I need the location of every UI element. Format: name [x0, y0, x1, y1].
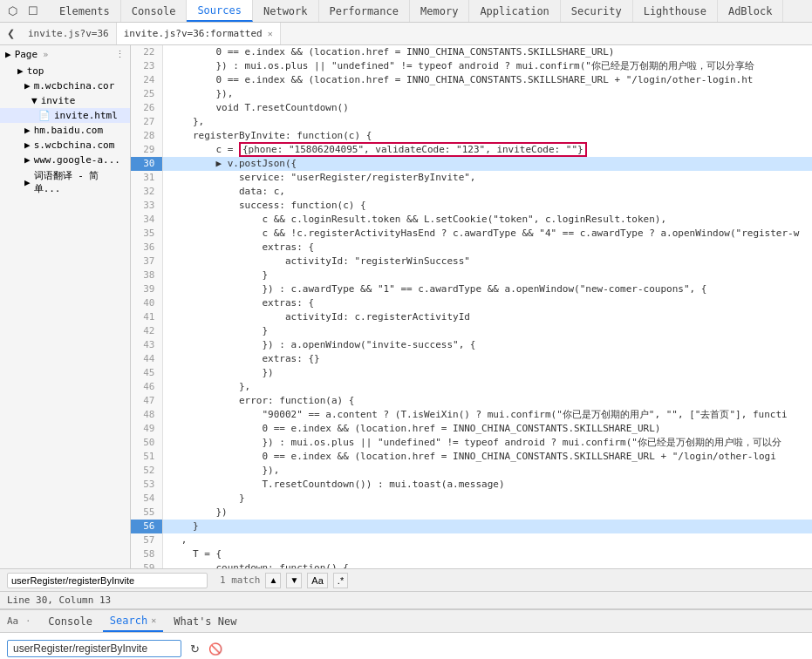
- search-next-btn[interactable]: ▼: [286, 573, 302, 588]
- line-code[interactable]: c = {phone: "15806204095", validateCode:…: [162, 143, 812, 157]
- sidebar-item-invite-html[interactable]: 📄 invite.html: [0, 108, 130, 123]
- sidebar-item-translate[interactable]: ▶ 词语翻译 - 简单...: [0, 167, 130, 197]
- search-input-container[interactable]: [7, 573, 208, 588]
- line-number: 29: [131, 143, 162, 157]
- file-tab-0[interactable]: invite.js?v=36: [21, 23, 117, 44]
- line-code[interactable]: ▶ v.postJson({: [162, 157, 812, 171]
- sidebar-more-icon[interactable]: »: [43, 50, 48, 59]
- tab-sources[interactable]: Sources: [187, 0, 253, 22]
- tab-security[interactable]: Security: [561, 0, 633, 22]
- line-code[interactable]: extras: {: [162, 241, 812, 255]
- search-prev-btn[interactable]: ▲: [265, 573, 281, 588]
- code-area[interactable]: 22 0 == e.index && (location.href = INNO…: [131, 45, 812, 568]
- sidebar-item-top[interactable]: ▶ top: [0, 64, 130, 78]
- tab-network[interactable]: Network: [253, 0, 319, 22]
- table-row: 50 }) : mui.os.plus || "undefined" != ty…: [131, 436, 812, 450]
- line-number: 22: [131, 45, 162, 59]
- line-code[interactable]: },: [162, 380, 812, 394]
- line-code[interactable]: extras: {: [162, 296, 812, 310]
- line-code[interactable]: 0 == e.index && (location.href = INNO_CH…: [162, 422, 812, 436]
- drawer-tab-console[interactable]: Console: [41, 610, 99, 632]
- file-tab-nav[interactable]: ❮: [0, 24, 21, 44]
- line-number: 50: [131, 436, 162, 450]
- line-code[interactable]: }) : a.openWindow("invite-success", {: [162, 338, 812, 352]
- line-code[interactable]: }) : mui.os.plus || "undefined" != typeo…: [162, 59, 812, 73]
- drawer-tab-search[interactable]: Search ✕: [103, 610, 163, 632]
- line-code[interactable]: activityId: c.registerActivityId: [162, 310, 812, 324]
- file-tab-1[interactable]: invite.js?v=36:formatted ✕: [117, 23, 281, 44]
- table-row: 40 extras: {: [131, 296, 812, 310]
- line-code[interactable]: }) : c.awardType && "1" == c.awardType &…: [162, 282, 812, 296]
- line-code[interactable]: }: [162, 324, 812, 338]
- line-code[interactable]: success: function(c) {: [162, 199, 812, 213]
- sidebar-header[interactable]: ▶ Page » ⋮: [0, 45, 130, 64]
- line-code[interactable]: activityId: "registerWinSuccess": [162, 255, 812, 268]
- line-code[interactable]: }): [162, 366, 812, 380]
- drawer-tab-close[interactable]: ✕: [151, 615, 156, 625]
- tab-performance[interactable]: Performance: [319, 0, 410, 22]
- line-number: 56: [131, 520, 162, 533]
- line-code[interactable]: error: function(a) {: [162, 394, 812, 408]
- dock-icon[interactable]: ☐: [24, 3, 42, 20]
- highlight-box: {phone: "15806204095", validateCode: "12…: [239, 142, 587, 157]
- line-number: 44: [131, 352, 162, 366]
- font-size-label: Aa: [7, 615, 18, 627]
- line-code[interactable]: registerByInvite: function(c) {: [162, 129, 812, 143]
- tab-elements[interactable]: Elements: [49, 0, 121, 22]
- line-code[interactable]: c && c.loginResult.token && L.setCookie(…: [162, 213, 812, 227]
- line-code[interactable]: },: [162, 115, 812, 129]
- tab-lighthouse[interactable]: Lighthouse: [633, 0, 718, 22]
- tab-application[interactable]: Application: [469, 0, 560, 22]
- line-code[interactable]: 0 == e.index && (location.href = INNO_CH…: [162, 73, 812, 87]
- line-code[interactable]: }),: [162, 87, 812, 101]
- sidebar-item-label: m.wcbchina.cor: [34, 80, 115, 92]
- line-code[interactable]: }: [162, 268, 812, 282]
- tab-memory[interactable]: Memory: [410, 0, 469, 22]
- code-search-input[interactable]: [11, 575, 203, 586]
- line-code[interactable]: extras: {}: [162, 352, 812, 366]
- sidebar-item-s-wcb[interactable]: ▶ s.wcbchina.com: [0, 138, 130, 153]
- sidebar-item-invite[interactable]: ▼ invite: [0, 93, 130, 108]
- line-number: 38: [131, 268, 162, 282]
- line-code[interactable]: void T.resetCountdown(): [162, 101, 812, 115]
- tab-console[interactable]: Console: [121, 0, 188, 22]
- line-code[interactable]: }) : mui.os.plus || "undefined" != typeo…: [162, 436, 812, 450]
- line-code[interactable]: }): [162, 506, 812, 520]
- dot-icon: ·: [25, 616, 31, 626]
- file-tab-1-close[interactable]: ✕: [268, 29, 273, 38]
- line-code[interactable]: 0 == e.index && (location.href = INNO_CH…: [162, 45, 812, 59]
- sidebar-menu-icon[interactable]: ⋮: [115, 49, 125, 60]
- line-number: 39: [131, 282, 162, 296]
- line-code[interactable]: service: "userRegister/registerByInvite"…: [162, 171, 812, 185]
- line-code[interactable]: data: c,: [162, 185, 812, 199]
- line-code[interactable]: ,: [162, 533, 812, 547]
- drawer-refresh-btn[interactable]: ↻: [187, 641, 202, 656]
- line-code[interactable]: T = {: [162, 547, 812, 561]
- table-row: 27 },: [131, 115, 812, 129]
- line-code[interactable]: }),: [162, 464, 812, 478]
- match-case-btn[interactable]: Aa: [307, 573, 327, 588]
- line-code[interactable]: 0 == e.index && (location.href = INNO_CH…: [162, 450, 812, 464]
- line-number: 57: [131, 533, 162, 547]
- regex-btn[interactable]: .*: [333, 573, 348, 588]
- sidebar-item-label: invite: [41, 95, 76, 106]
- sidebar-item-m-wcb[interactable]: ▶ m.wcbchina.cor: [0, 78, 130, 93]
- drawer-tab-whatsnew[interactable]: What's New: [167, 610, 243, 632]
- line-code[interactable]: "90002" == a.content ? (T.isWeiXin() ? m…: [162, 408, 812, 422]
- sidebar-expand-icon: ▶: [5, 49, 11, 60]
- drawer-search-input[interactable]: [7, 640, 181, 657]
- drawer-clear-btn[interactable]: 🚫: [208, 641, 223, 656]
- sidebar-item-label: www.google-a...: [34, 154, 120, 166]
- line-code[interactable]: T.resetCountdown()) : mui.toast(a.messag…: [162, 478, 812, 492]
- line-code[interactable]: }: [162, 492, 812, 506]
- line-number: 36: [131, 241, 162, 255]
- line-code[interactable]: c && !c.registerActivityHasEnd ? c.award…: [162, 227, 812, 241]
- tab-adblock[interactable]: AdBlock: [718, 0, 784, 22]
- line-number: 51: [131, 450, 162, 464]
- line-code[interactable]: countdown: function() {: [162, 561, 812, 568]
- line-code[interactable]: }: [162, 520, 812, 533]
- sidebar-item-google[interactable]: ▶ www.google-a...: [0, 153, 130, 167]
- back-icon[interactable]: ⬡: [3, 3, 21, 20]
- sidebar-item-hm-baidu[interactable]: ▶ hm.baidu.com: [0, 123, 130, 138]
- folder-triangle: ▶: [24, 154, 31, 166]
